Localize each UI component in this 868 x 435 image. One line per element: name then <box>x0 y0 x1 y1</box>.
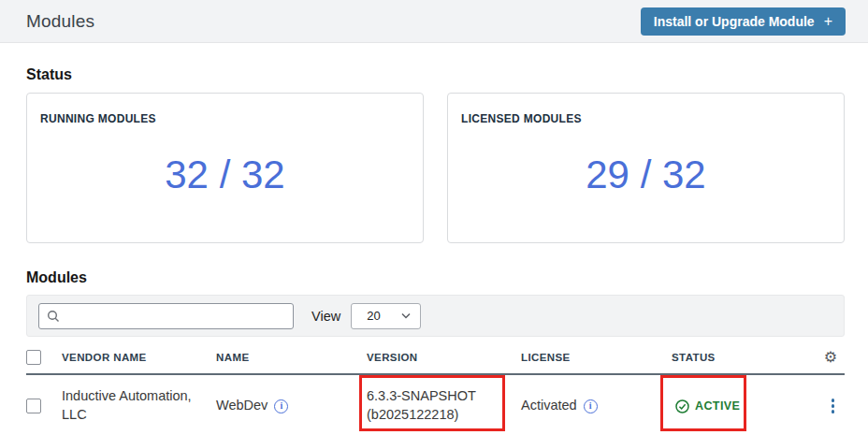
modules-page: Modules Install or Upgrade Module + Stat… <box>0 0 868 435</box>
check-circle-icon <box>675 399 689 413</box>
licensed-modules-label: LICENSED MODULES <box>461 112 831 125</box>
select-all-checkbox[interactable] <box>26 350 41 365</box>
chevron-down-icon <box>401 312 411 319</box>
plus-icon: + <box>824 14 832 29</box>
running-modules-label: RUNNING MODULES <box>40 112 410 125</box>
licensed-modules-card: LICENSED MODULES 29 / 32 <box>447 93 845 243</box>
running-modules-value: 32 / 32 <box>165 152 284 197</box>
search-box[interactable] <box>38 303 294 329</box>
install-button-label: Install or Upgrade Module <box>654 14 815 29</box>
col-header-name: NAME <box>216 352 367 363</box>
col-header-vendor-name: VENDOR NAME <box>62 352 216 363</box>
gear-icon[interactable]: ⚙ <box>824 350 837 365</box>
modules-section-heading: Modules <box>26 269 845 286</box>
page-size-select[interactable]: 20 <box>351 303 421 329</box>
license-cell: Activated <box>521 397 577 415</box>
license-info-icon[interactable]: i <box>584 399 598 413</box>
module-info-icon[interactable]: i <box>274 399 288 413</box>
status-badge: ACTIVE <box>672 399 798 413</box>
page-title: Modules <box>26 11 94 32</box>
vendor-name-cell: Inductive Automation, LLC <box>62 387 216 424</box>
status-section-heading: Status <box>26 66 845 83</box>
install-or-upgrade-module-button[interactable]: Install or Upgrade Module + <box>641 7 846 36</box>
modules-toolbar: View 20 <box>26 295 845 337</box>
status-active-label: ACTIVE <box>695 399 740 413</box>
col-header-license: LICENSE <box>521 352 672 363</box>
version-cell: 6.3.3-SNAPSHOT (b2025122218) <box>367 387 521 424</box>
modules-table: VENDOR NAME NAME VERSION LICENSE STATUS … <box>26 341 845 435</box>
table-header-row: VENDOR NAME NAME VERSION LICENSE STATUS … <box>26 341 845 375</box>
col-header-status: STATUS <box>672 352 798 363</box>
licensed-modules-value: 29 / 32 <box>586 152 705 197</box>
page-header: Modules Install or Upgrade Module + <box>0 0 868 43</box>
page-size-value: 20 <box>367 309 380 323</box>
search-icon <box>47 310 60 323</box>
view-label: View <box>311 309 340 324</box>
status-cards: RUNNING MODULES 32 / 32 LICENSED MODULES… <box>26 93 845 243</box>
table-row: Inductive Automation, LLC WebDev i 6.3.3… <box>26 375 845 435</box>
row-checkbox[interactable] <box>26 399 41 413</box>
row-menu-kebab-icon[interactable] <box>829 396 838 416</box>
col-header-version: VERSION <box>367 352 521 363</box>
running-modules-card: RUNNING MODULES 32 / 32 <box>26 93 424 243</box>
search-input[interactable] <box>65 309 285 323</box>
module-name-cell: WebDev <box>216 397 268 415</box>
